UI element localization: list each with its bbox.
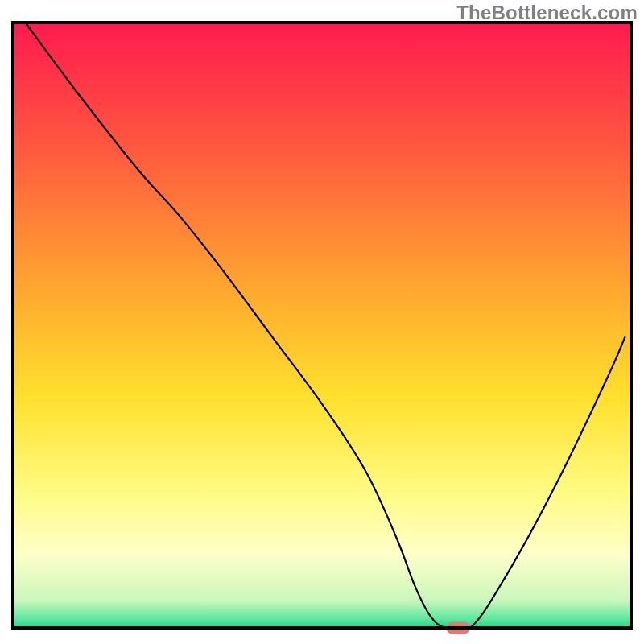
- plot-background: [13, 23, 631, 628]
- chart-svg: [0, 0, 644, 644]
- watermark-text: TheBottleneck.com: [456, 2, 638, 24]
- bottleneck-chart: TheBottleneck.com: [0, 0, 644, 644]
